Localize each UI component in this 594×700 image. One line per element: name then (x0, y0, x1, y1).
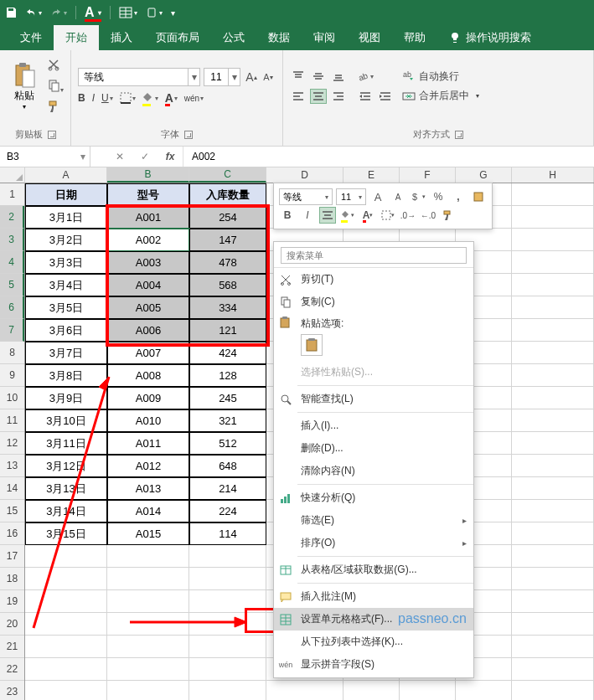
cell[interactable]: A009 (107, 387, 189, 409)
menu-smart-lookup[interactable]: 智能查找(L) (274, 388, 473, 410)
cell[interactable] (512, 568, 594, 590)
cell[interactable] (266, 681, 343, 700)
tab-tell-me[interactable]: 操作说明搜索 (437, 25, 543, 50)
cell[interactable] (25, 658, 107, 681)
cell[interactable]: 3月7日 (25, 342, 107, 364)
increase-indent-button[interactable] (377, 89, 394, 104)
save-icon[interactable] (5, 7, 17, 18)
cell[interactable] (512, 522, 594, 545)
cell[interactable] (25, 545, 107, 568)
cell[interactable]: A006 (107, 319, 189, 342)
row-header[interactable]: 23 (0, 681, 24, 700)
cell[interactable] (25, 568, 107, 590)
cell[interactable]: A011 (107, 432, 189, 455)
row-header[interactable]: 6 (0, 296, 24, 319)
cell[interactable] (189, 590, 266, 613)
menu-get-data[interactable]: 从表格/区域获取数据(G)... (274, 558, 473, 581)
cell[interactable] (25, 681, 107, 700)
row-header[interactable]: 2 (0, 206, 24, 229)
row-header[interactable]: 16 (0, 522, 24, 545)
cell[interactable] (189, 636, 266, 658)
cell[interactable] (512, 251, 594, 274)
table-icon[interactable]: ▾ (119, 7, 137, 18)
cell[interactable] (107, 636, 189, 658)
row-header[interactable]: 20 (0, 613, 24, 636)
cell[interactable]: 3月9日 (25, 387, 107, 409)
name-box[interactable]: ▾ (0, 147, 90, 167)
name-box-dropdown[interactable]: ▾ (75, 151, 90, 162)
cell[interactable] (512, 342, 594, 364)
paste-button[interactable]: 粘贴 ▾ (7, 54, 42, 119)
cell[interactable] (512, 229, 594, 251)
cell[interactable] (107, 568, 189, 590)
cell[interactable] (25, 590, 107, 613)
cell[interactable]: A005 (107, 296, 189, 319)
column-header[interactable]: E (343, 167, 400, 183)
cell[interactable]: A014 (107, 500, 189, 522)
row-header[interactable]: 22 (0, 658, 24, 681)
cell[interactable]: 3月11日 (25, 432, 107, 455)
border-button[interactable]: ▾ (120, 92, 136, 104)
row-header[interactable]: 10 (0, 387, 24, 409)
cell[interactable]: A013 (107, 477, 189, 500)
cell[interactable]: 3月13日 (25, 477, 107, 500)
cell[interactable]: 424 (189, 342, 266, 364)
cell[interactable]: A007 (107, 342, 189, 364)
menu-filter[interactable]: 筛选(E)▸ (274, 509, 473, 532)
mini-align-center[interactable] (319, 207, 336, 224)
redo-icon[interactable]: ▾ (50, 7, 67, 18)
cell[interactable]: 512 (189, 432, 266, 455)
menu-delete[interactable]: 删除(D)... (274, 437, 473, 460)
cell[interactable]: 3月14日 (25, 500, 107, 522)
column-header[interactable]: F (400, 167, 456, 183)
mini-percent-format[interactable]: % (430, 188, 447, 205)
cell[interactable] (189, 545, 266, 568)
cell[interactable] (25, 613, 107, 636)
cell[interactable] (512, 409, 594, 432)
cell[interactable]: 254 (189, 206, 266, 229)
menu-show-phonetic[interactable]: wén显示拼音字段(S) (274, 653, 473, 676)
cell[interactable] (512, 455, 594, 477)
tab-home[interactable]: 开始 (54, 25, 99, 50)
tab-layout[interactable]: 页面布局 (144, 25, 211, 50)
row-header[interactable]: 1 (0, 183, 24, 206)
align-left-button[interactable] (290, 89, 307, 104)
cell[interactable]: A010 (107, 409, 189, 432)
cell[interactable]: A004 (107, 274, 189, 296)
column-header[interactable]: D (266, 167, 343, 183)
menu-insert[interactable]: 插入(I)... (274, 414, 473, 437)
row-header[interactable]: 8 (0, 342, 24, 364)
alignment-launcher[interactable] (455, 131, 463, 139)
mini-conditional-format[interactable] (470, 188, 487, 205)
cell[interactable] (107, 545, 189, 568)
column-header[interactable]: B (107, 167, 189, 183)
copy-icon[interactable]: ▾ (47, 79, 64, 95)
menu-quick-analysis[interactable]: 快速分析(Q) (274, 486, 473, 509)
cell[interactable]: 3月1日 (25, 206, 107, 229)
cell[interactable] (456, 681, 512, 700)
worksheet-grid[interactable]: ABCDEFGH 1234567891011121314151617181920… (0, 167, 594, 700)
bold-button[interactable]: B (78, 92, 85, 104)
cell[interactable] (512, 183, 594, 206)
menu-pick-from-list[interactable]: 从下拉列表中选择(K)... (274, 631, 473, 653)
cell[interactable]: 478 (189, 251, 266, 274)
underline-button[interactable]: U▾ (101, 92, 113, 104)
clipboard-launcher[interactable] (48, 131, 56, 139)
tab-help[interactable]: 帮助 (392, 25, 437, 50)
cell[interactable] (512, 636, 594, 658)
cell[interactable] (512, 681, 594, 700)
tab-formulas[interactable]: 公式 (211, 25, 256, 50)
font-color-button[interactable]: A▾ (165, 91, 178, 105)
cell[interactable] (512, 206, 594, 229)
grow-font-button[interactable]: A▴ (244, 69, 259, 85)
cell[interactable]: 147 (189, 229, 266, 251)
menu-clear-contents[interactable]: 清除内容(N) (274, 460, 473, 482)
formula-input[interactable] (183, 147, 594, 167)
cell[interactable] (400, 681, 456, 700)
cell[interactable] (512, 274, 594, 296)
cell[interactable]: A002 (107, 229, 189, 251)
cell[interactable] (512, 545, 594, 568)
cell[interactable] (107, 658, 189, 681)
cell[interactable] (189, 658, 266, 681)
cell[interactable] (107, 590, 189, 613)
